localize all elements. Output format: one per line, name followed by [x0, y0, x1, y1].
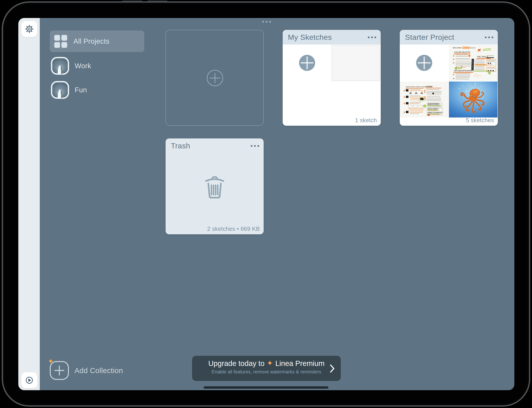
upgrade-subtitle: Enable all features, remove watermarks &… [212, 369, 321, 375]
thumb-rule [427, 105, 441, 106]
multitask-dots-icon[interactable] [262, 21, 271, 23]
thumb-icon [406, 111, 408, 113]
volume-button [147, 1, 167, 2]
thumb-rule [454, 54, 470, 54]
sidebar-item-fun[interactable]: Fun [50, 79, 137, 100]
thumb-scribble [410, 89, 421, 90]
thumb-doodle [418, 105, 422, 108]
thumb-icon [406, 89, 408, 92]
home-indicator[interactable] [204, 386, 328, 389]
sparkle-icon [48, 358, 54, 365]
sketch-thumbnail-octopus[interactable] [449, 82, 498, 118]
thumb-rule [476, 58, 491, 59]
project-title: My Sketches [288, 30, 332, 44]
thumb-scribble [426, 89, 439, 90]
thumb-heading: THE TOOLS [477, 56, 488, 58]
thumb-doodle [415, 92, 418, 94]
thumb-heading: COLOR PALETTE [454, 51, 470, 53]
thumb-rule [425, 88, 441, 88]
upgrade-banner[interactable]: Upgrade today to Linea Premium Enable al… [192, 356, 341, 381]
more-menu-icon[interactable] [368, 36, 376, 38]
nav-label: Work [75, 62, 91, 70]
thumb-bullet [453, 55, 455, 57]
more-menu-icon[interactable] [251, 145, 259, 147]
thumb-doodle [439, 109, 442, 111]
add-project-card[interactable] [166, 30, 264, 126]
thumb-arrow [453, 66, 463, 70]
thumb-scribble [408, 108, 424, 110]
thumb-doodle [423, 91, 423, 92]
add-sketch-button[interactable] [416, 55, 432, 71]
thumb-doodle [423, 105, 426, 108]
thumb-icon [432, 93, 434, 94]
thumb-text: Sketch [469, 47, 476, 49]
grid-icon [54, 35, 67, 48]
thumb-arrow [473, 70, 491, 75]
volume-button [122, 1, 142, 2]
thumb-heading: QUESTIONS? [427, 103, 439, 105]
more-menu-icon[interactable] [485, 36, 493, 38]
thumb-highlight [475, 64, 486, 66]
thumb-doodle [483, 50, 491, 51]
add-collection-button[interactable]: Add Collection [48, 357, 156, 383]
octopus-painting [449, 82, 498, 118]
app-screen: All Projects Work [18, 18, 514, 390]
thumb-scribble [456, 73, 470, 77]
project-card-starter[interactable]: Starter Project WELCOME TO Linea Sketch … [400, 30, 498, 126]
thumb-scribble [431, 115, 441, 115]
sidebar [18, 18, 40, 390]
tutorial-play-button[interactable] [21, 372, 37, 388]
thumb-bullet [404, 96, 405, 98]
trash-can-icon [204, 175, 225, 199]
project-title: Starter Project [405, 30, 454, 44]
upgrade-title-pre: Upgrade today to [208, 359, 265, 368]
thumb-scribble [426, 96, 440, 97]
upgrade-title: Upgrade today to Linea Premium [208, 359, 325, 368]
thumb-icon [406, 96, 408, 98]
thumb-doodle [483, 48, 491, 49]
thumb-bullet [453, 59, 455, 60]
thumb-scribble [426, 98, 441, 101]
thumb-rule [427, 110, 437, 110]
youtube-icon [427, 114, 430, 116]
thumb-scribble [456, 77, 469, 80]
project-card-my-sketches[interactable]: My Sketches 1 sketch [283, 30, 381, 126]
thumb-doodle [408, 105, 413, 108]
sparkle-icon [267, 360, 273, 367]
thumb-stamp [471, 59, 474, 70]
thumb-bullet [404, 111, 405, 113]
thumb-bullet [424, 98, 426, 100]
thumb-bullet [453, 78, 455, 79]
thumb-scribble [487, 55, 494, 56]
sketch-count: 5 sketches [466, 117, 494, 124]
thumb-scribble [410, 96, 420, 96]
sketch-thumbnail-blank[interactable] [332, 45, 380, 81]
thumb-scribble [410, 103, 419, 104]
trash-card[interactable]: Trash 2 sketches • 669 KB [166, 138, 264, 234]
thumb-scribble [410, 90, 423, 91]
upgrade-title-brand: Linea Premium [275, 359, 324, 368]
plus-circle-icon [206, 69, 224, 87]
thumb-scribble [410, 113, 419, 114]
sketch-count: 1 sketch [355, 117, 377, 124]
add-collection-label: Add Collection [75, 366, 123, 375]
thumb-icon [406, 102, 408, 104]
thumb-bullet [453, 62, 455, 64]
thumb-bullet [404, 103, 405, 104]
trash-title: Trash [171, 138, 190, 153]
thumb-bullet [453, 74, 455, 75]
settings-button[interactable] [21, 21, 37, 37]
pencil-tip-icon [50, 57, 69, 75]
sketch-thumbnail-welcome[interactable]: WELCOME TO Linea Sketch COLOR PALETTE [449, 45, 498, 81]
chevron-right-icon [330, 364, 335, 373]
thumb-text: WELCOME TO [453, 47, 464, 49]
nav-label: All Projects [74, 37, 109, 45]
sidebar-item-all-projects[interactable]: All Projects [50, 31, 144, 52]
thumb-scribble [427, 106, 441, 108]
sketch-thumbnail-annotations[interactable]: ANNOTATIONS, GRIDS & BACKGROUNDS LAYERS [400, 82, 449, 118]
play-icon [25, 376, 34, 385]
thumb-scribble [410, 111, 423, 113]
pencil-tip-icon [50, 81, 69, 99]
add-sketch-button[interactable] [299, 55, 315, 71]
sidebar-item-work[interactable]: Work [50, 55, 137, 76]
